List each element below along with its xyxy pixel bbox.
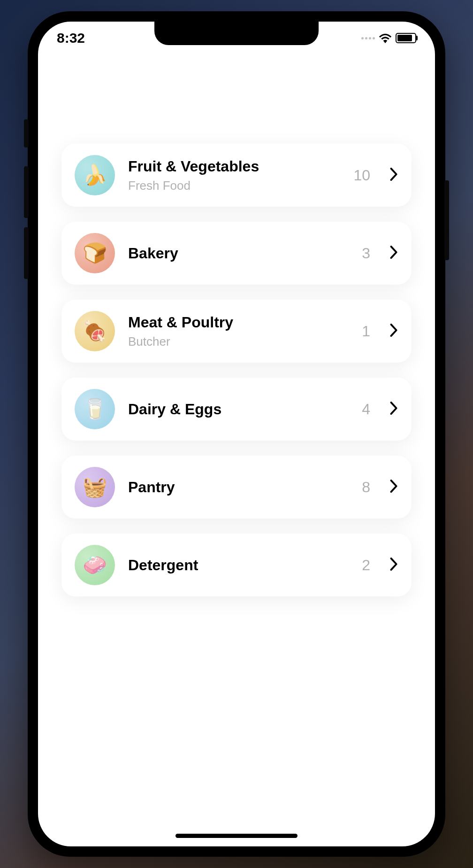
chevron-right-icon — [390, 480, 398, 495]
category-list: 🍌 Fruit & Vegetables Fresh Food 10 🍞 Bak… — [38, 45, 435, 597]
wifi-icon — [379, 33, 392, 43]
category-subtitle: Fresh Food — [128, 178, 340, 193]
category-card[interactable]: 🍌 Fruit & Vegetables Fresh Food 10 — [61, 144, 412, 207]
basket-icon: 🧺 — [75, 467, 115, 507]
status-time: 8:32 — [57, 30, 85, 46]
bread-icon: 🍞 — [75, 233, 115, 273]
category-card[interactable]: 🧺 Pantry 8 — [61, 456, 412, 519]
chevron-right-icon — [390, 324, 398, 339]
category-count: 1 — [362, 323, 370, 340]
chevron-right-icon — [390, 402, 398, 417]
category-text: Bakery — [128, 244, 349, 262]
category-text: Detergent — [128, 556, 349, 574]
power-button — [444, 180, 449, 260]
chevron-right-icon — [390, 558, 398, 573]
category-card[interactable]: 🧼 Detergent 2 — [61, 534, 412, 597]
category-title: Dairy & Eggs — [128, 400, 349, 418]
category-card[interactable]: 🍞 Bakery 3 — [61, 222, 412, 285]
battery-icon — [396, 33, 416, 43]
cellular-signal-icon — [361, 37, 375, 39]
category-count: 2 — [362, 557, 370, 574]
cleaning-icon: 🧼 — [75, 545, 115, 585]
screen: 8:32 🍌 Fruit & Vegetables Fresh Food 10 — [38, 22, 435, 846]
category-text: Meat & Poultry Butcher — [128, 313, 349, 349]
chevron-right-icon — [390, 168, 398, 183]
category-text: Dairy & Eggs — [128, 400, 349, 418]
volume-down-button — [24, 227, 29, 279]
notch — [154, 22, 319, 45]
phone-frame: 8:32 🍌 Fruit & Vegetables Fresh Food 10 — [28, 11, 445, 857]
category-count: 4 — [362, 401, 370, 418]
category-title: Bakery — [128, 244, 349, 262]
category-title: Pantry — [128, 478, 349, 496]
meat-icon: 🍖 — [75, 311, 115, 351]
category-subtitle: Butcher — [128, 334, 349, 349]
volume-up-button — [24, 166, 29, 218]
status-icons — [361, 33, 416, 43]
category-card[interactable]: 🥛 Dairy & Eggs 4 — [61, 378, 412, 441]
category-count: 3 — [362, 245, 370, 262]
silence-switch — [24, 119, 29, 147]
category-card[interactable]: 🍖 Meat & Poultry Butcher 1 — [61, 300, 412, 363]
category-title: Detergent — [128, 556, 349, 574]
chevron-right-icon — [390, 246, 398, 261]
home-indicator[interactable] — [175, 834, 298, 838]
banana-icon: 🍌 — [75, 155, 115, 195]
category-text: Fruit & Vegetables Fresh Food — [128, 157, 340, 193]
category-title: Fruit & Vegetables — [128, 157, 340, 175]
category-title: Meat & Poultry — [128, 313, 349, 331]
category-text: Pantry — [128, 478, 349, 496]
dairy-icon: 🥛 — [75, 389, 115, 429]
category-count: 10 — [353, 167, 370, 184]
category-count: 8 — [362, 479, 370, 496]
